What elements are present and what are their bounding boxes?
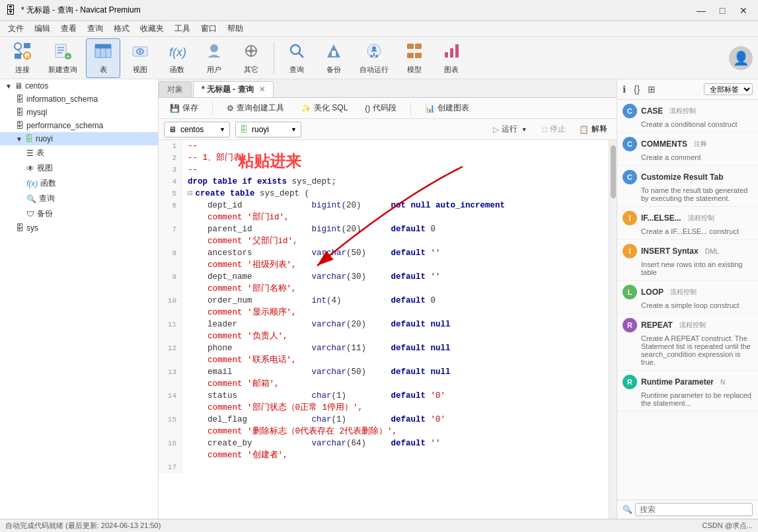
- toolbar-autorun[interactable]: 自动运行: [354, 38, 395, 78]
- sidebar-info-label: information_schema: [26, 95, 98, 104]
- explain-icon: 📋: [579, 125, 589, 134]
- sidebar-item-view[interactable]: 👁 视图: [0, 161, 158, 176]
- explain-btn[interactable]: 📋 解释: [575, 122, 611, 136]
- snippet-comments[interactable]: C COMMENTS 注释 Create a comment: [617, 133, 758, 166]
- menubar: 文件 编辑 查看 查询 格式 收藏夹 工具 窗口 帮助: [0, 21, 758, 37]
- code-line-14: 14 status char(1) default '0': [159, 390, 617, 402]
- sidebar-item-perf-schema[interactable]: 🗄 performance_schema: [0, 119, 158, 132]
- toolbar-other[interactable]: 其它: [234, 38, 268, 78]
- save-btn[interactable]: 💾 保存: [164, 100, 204, 116]
- right-db-label: ruoyi: [252, 125, 269, 134]
- snippet-loop-icon: L: [623, 285, 637, 299]
- menu-view[interactable]: 查看: [56, 21, 82, 37]
- menu-file[interactable]: 文件: [3, 21, 29, 37]
- tag-selector[interactable]: 全部标签: [704, 83, 753, 95]
- create-chart-btn[interactable]: 📊 创建图表: [419, 100, 475, 116]
- beautify-btn[interactable]: ✨ 美化 SQL: [295, 100, 354, 116]
- toolbar-user[interactable]: 用户: [197, 38, 231, 78]
- svg-rect-0: [15, 54, 21, 59]
- toolbar-connect[interactable]: + 连接: [5, 38, 40, 78]
- stop-btn[interactable]: □ 停止: [539, 122, 570, 136]
- toolbar-view[interactable]: 视图: [123, 38, 157, 78]
- close-btn[interactable]: ✕: [734, 4, 753, 17]
- menu-tools[interactable]: 工具: [169, 21, 196, 37]
- menu-format[interactable]: 格式: [108, 21, 135, 37]
- toolbar-query[interactable]: 查询: [280, 38, 314, 78]
- user-avatar[interactable]: 👤: [729, 46, 753, 70]
- query-builder-btn[interactable]: ⚙ 查询创建工具: [221, 100, 290, 116]
- left-db-select[interactable]: 🖥 centos ▼: [164, 122, 230, 137]
- model-icon: [405, 42, 424, 63]
- snippet-ifelse-header: I IF...ELSE... 流程控制: [623, 211, 753, 225]
- explain-label: 解释: [591, 124, 607, 135]
- sidebar-item-func[interactable]: f(x) 函数: [0, 176, 158, 191]
- menu-window[interactable]: 窗口: [196, 21, 222, 37]
- snippet-ifelse[interactable]: I IF...ELSE... 流程控制 Create a IF...ELSE..…: [617, 207, 758, 240]
- menu-edit[interactable]: 编辑: [29, 21, 56, 37]
- code-line-11c: comment '负责人',: [159, 330, 617, 342]
- snippet-insert[interactable]: I INSERT Syntax DML Insert new rows into…: [617, 240, 758, 281]
- toolbar-model[interactable]: 模型: [397, 38, 432, 78]
- snippet-customize[interactable]: C Customize Result Tab To name the resul…: [617, 166, 758, 207]
- code-line-13: 13 email varchar(50) default null: [159, 366, 617, 378]
- expand-icon2: ▼: [16, 135, 22, 143]
- code-icon[interactable]: {}: [634, 84, 640, 95]
- toolbar-new-query[interactable]: + 新建查询: [42, 38, 83, 78]
- code-segment-btn[interactable]: () 代码段: [359, 100, 402, 116]
- run-dropdown[interactable]: ▼: [521, 126, 527, 133]
- svg-rect-40: [415, 53, 422, 58]
- snippet-ifelse-desc: Create a IF...ELSE... construct: [623, 227, 753, 235]
- code-line-9c: comment '部门名称',: [159, 283, 617, 295]
- snippet-runtime[interactable]: R Runtime Parameter N Runtime parameter …: [617, 371, 758, 412]
- code-editor[interactable]: 粘贴进来 1 -- 2 -- 1、部门表 3: [159, 140, 617, 519]
- sidebar-item-mysql[interactable]: 🗄 mysql: [0, 106, 158, 119]
- svg-text:+: +: [66, 53, 70, 60]
- right-search-input[interactable]: [635, 503, 753, 516]
- sidebar-item-backup[interactable]: 🛡 备份: [0, 206, 158, 221]
- toolbar-table[interactable]: 表: [86, 38, 120, 78]
- scrollbar-thumb[interactable]: [611, 145, 616, 198]
- toolbar-function[interactable]: f(x) 函数: [160, 38, 194, 78]
- beautify-label: 美化 SQL: [314, 102, 348, 114]
- titlebar-title: * 无标题 - 查询 - Navicat Premium: [21, 5, 141, 16]
- right-db-select[interactable]: 🗄 ruoyi ▼: [235, 122, 301, 137]
- menu-query[interactable]: 查询: [82, 21, 108, 37]
- other-label: 其它: [244, 65, 258, 75]
- info-icon[interactable]: ℹ: [623, 84, 626, 95]
- snippet-case[interactable]: C CASE 流程控制 Create a conditional constru…: [617, 100, 758, 133]
- titlebar: 🗄 * 无标题 - 查询 - Navicat Premium — □ ✕: [0, 0, 758, 21]
- menu-help[interactable]: 帮助: [222, 21, 248, 37]
- svg-point-36: [375, 55, 378, 57]
- snippet-repeat[interactable]: R REPEAT 流程控制 Create A REPEAT construct.…: [617, 314, 758, 371]
- code-line-7c: comment '父部门id',: [159, 235, 617, 247]
- tab-query[interactable]: * 无标题 - 查询 ✕: [193, 81, 274, 97]
- sidebar-item-sys[interactable]: 🗄 sys: [0, 221, 158, 235]
- maximize-btn[interactable]: □: [713, 4, 732, 17]
- snippet-ifelse-tag: 流程控制: [688, 213, 714, 223]
- sidebar-item-ruoyi[interactable]: ▼ 🗄 ruoyi: [0, 132, 158, 145]
- menu-favorites[interactable]: 收藏夹: [135, 21, 169, 37]
- tab-close-icon[interactable]: ✕: [259, 85, 265, 94]
- tab-object[interactable]: 对象: [159, 81, 192, 97]
- status-text: 自动完成代码就绪 (最后更新: 2024-06-13 21:50): [5, 521, 161, 531]
- scrollbar-track[interactable]: [609, 140, 617, 519]
- toolbar-backup[interactable]: 备份: [317, 38, 351, 78]
- sidebar-item-info-schema[interactable]: 🗄 information_schema: [0, 93, 158, 106]
- function-icon: f(x): [168, 42, 186, 63]
- grid-icon[interactable]: ⊞: [648, 84, 656, 95]
- sidebar-item-query[interactable]: 🔍 查询: [0, 191, 158, 206]
- snippet-loop[interactable]: L LOOP 流程控制 Create a simple loop constru…: [617, 281, 758, 314]
- stop-label: 停止: [550, 124, 566, 135]
- sidebar-item-centos[interactable]: ▼ 🖥 centos: [0, 79, 158, 93]
- snippet-comments-tag: 注释: [694, 139, 707, 149]
- statusbar-right: CSDN @求点...: [702, 521, 753, 531]
- minimize-btn[interactable]: —: [692, 4, 710, 17]
- db-icon4: 🗄: [25, 134, 33, 143]
- code-segment-icon: (): [365, 104, 370, 113]
- snippet-case-title: CASE: [641, 106, 663, 116]
- svg-text:+: +: [26, 54, 29, 60]
- sidebar-item-table[interactable]: ☰ 表: [0, 145, 158, 161]
- backup-icon: [324, 42, 343, 63]
- run-btn[interactable]: ▷ 运行 ▼: [487, 122, 533, 137]
- toolbar-chart[interactable]: 图表: [434, 38, 469, 78]
